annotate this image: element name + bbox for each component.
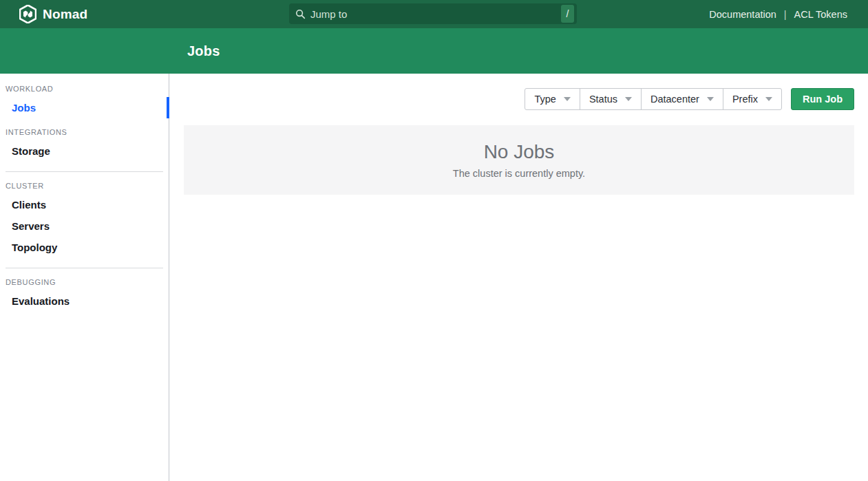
empty-state-title: No Jobs xyxy=(484,141,555,163)
sidebar-section-cluster: CLUSTER xyxy=(6,182,163,190)
sidebar-item-jobs[interactable]: Jobs xyxy=(0,97,169,118)
filter-group: Type Status Datacenter Prefix xyxy=(525,88,782,110)
sidebar-item-topology[interactable]: Topology xyxy=(0,237,169,258)
sidebar-divider xyxy=(6,171,163,172)
page-header: Jobs xyxy=(0,28,868,74)
sidebar-item-evaluations[interactable]: Evaluations xyxy=(0,290,169,312)
prefix-filter-label: Prefix xyxy=(732,94,758,105)
run-job-button[interactable]: Run Job xyxy=(791,88,854,110)
nomad-brand[interactable]: Nomad xyxy=(19,5,87,23)
jump-to-search[interactable]: / xyxy=(289,3,577,24)
sidebar-section-debugging: DEBUGGING xyxy=(6,278,163,286)
page-title: Jobs xyxy=(187,43,220,59)
jobs-toolbar: Type Status Datacenter Prefix Run Job xyxy=(184,88,854,110)
empty-state-panel: No Jobs The cluster is currently empty. xyxy=(184,125,854,195)
type-filter-label: Type xyxy=(534,94,555,105)
search-icon xyxy=(295,9,306,19)
sidebar-navigation: WORKLOAD Jobs INTEGRATIONS Storage CLUST… xyxy=(0,74,169,481)
sidebar-item-storage[interactable]: Storage xyxy=(0,140,169,162)
sidebar-divider xyxy=(6,268,163,268)
top-navigation-bar: Nomad / Documentation | ACL Tokens xyxy=(0,0,868,28)
chevron-down-icon xyxy=(625,97,632,101)
empty-state-message: The cluster is currently empty. xyxy=(453,168,585,179)
datacenter-filter-label: Datacenter xyxy=(650,94,699,105)
chevron-down-icon xyxy=(564,97,571,101)
chevron-down-icon xyxy=(707,97,714,101)
datacenter-filter-dropdown[interactable]: Datacenter xyxy=(641,88,723,110)
type-filter-dropdown[interactable]: Type xyxy=(525,88,580,110)
link-separator: | xyxy=(784,9,787,20)
documentation-link[interactable]: Documentation xyxy=(709,9,776,20)
main-content: Type Status Datacenter Prefix Run Job xyxy=(169,74,868,481)
acl-tokens-link[interactable]: ACL Tokens xyxy=(794,9,847,20)
nomad-logo-icon xyxy=(19,5,36,23)
sidebar-section-workload: WORKLOAD xyxy=(6,85,163,93)
keyboard-shortcut-badge: / xyxy=(561,5,574,23)
sidebar-section-integrations: INTEGRATIONS xyxy=(6,128,163,136)
prefix-filter-dropdown[interactable]: Prefix xyxy=(723,88,782,110)
chevron-down-icon xyxy=(765,97,772,101)
status-filter-label: Status xyxy=(589,94,617,105)
search-input[interactable] xyxy=(310,8,561,20)
brand-name: Nomad xyxy=(43,7,87,22)
topbar-links: Documentation | ACL Tokens xyxy=(709,0,847,28)
status-filter-dropdown[interactable]: Status xyxy=(580,88,642,110)
sidebar-item-servers[interactable]: Servers xyxy=(0,215,169,237)
sidebar-item-clients[interactable]: Clients xyxy=(0,194,169,215)
